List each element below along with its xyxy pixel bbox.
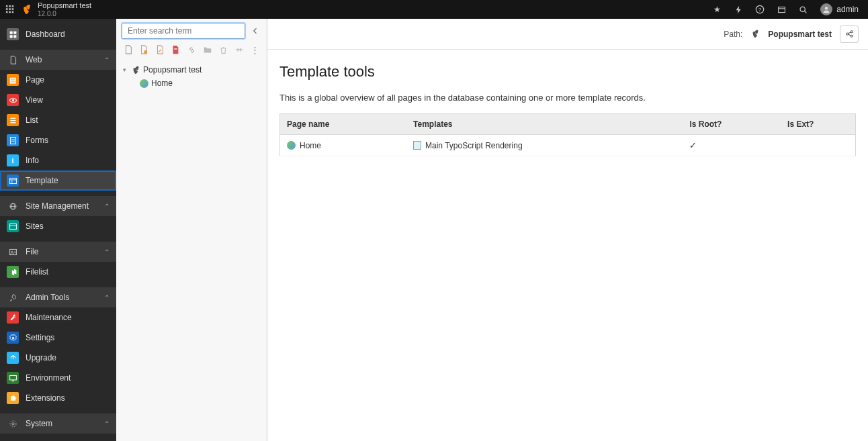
upgrade-icon [7, 352, 19, 364]
svg-point-37 [11, 250, 12, 252]
sidebar-group-file[interactable]: File ⌃ [0, 242, 116, 262]
chevron-up-icon: ⌃ [104, 420, 110, 428]
sidebar-item-environment[interactable]: Environment [0, 368, 116, 388]
page-description: This is a global overview of all pages i… [279, 93, 856, 103]
sidebar-group-label: Site Management [26, 201, 89, 211]
file-icon [7, 54, 19, 66]
svg-point-49 [846, 33, 848, 35]
sidebar-group-label: System [26, 419, 52, 428]
sidebar-item-upgrade[interactable]: Upgrade [0, 348, 116, 368]
info-icon: i [7, 154, 19, 166]
globe-icon [287, 141, 296, 150]
app-switcher-icon[interactable] [4, 3, 16, 15]
sidebar-group-web[interactable]: Web ⌃ [0, 50, 116, 70]
col-page-name: Page name [280, 114, 407, 135]
sidebar-group-system[interactable]: System ⌃ [0, 413, 116, 434]
template-icon [7, 175, 19, 187]
tree-root-node[interactable]: ▾ Popupsmart test [119, 63, 264, 77]
svg-rect-19 [13, 35, 16, 38]
user-name: admin [836, 5, 859, 14]
bookmark-icon[interactable]: ★ [707, 0, 726, 19]
chevron-up-icon: ⌃ [104, 248, 110, 256]
svg-point-43 [144, 50, 147, 54]
trash-icon[interactable] [218, 44, 228, 55]
svg-rect-34 [9, 224, 16, 229]
svg-rect-7 [9, 11, 11, 13]
sidebar-item-template[interactable]: Template [0, 170, 116, 191]
sidebar-item-settings[interactable]: Settings [0, 328, 116, 348]
sidebar-item-label: Forms [26, 136, 48, 145]
sidebar-group-label: Web [26, 55, 42, 64]
path-label: Path: [724, 30, 742, 39]
site-title: Popupsmart test [38, 1, 91, 9]
cell-page-name: Home [300, 141, 321, 150]
chevron-down-icon[interactable]: ▾ [123, 66, 131, 73]
table-row[interactable]: HomeMain TypoScript Rendering✓ [280, 135, 856, 156]
svg-rect-16 [9, 31, 12, 34]
globe-icon [139, 79, 148, 88]
dashboard-icon [7, 28, 19, 40]
pagetree-search-input[interactable] [122, 23, 245, 39]
svg-rect-18 [9, 35, 12, 38]
sidebar-item-list[interactable]: List [0, 110, 116, 130]
filelist-icon [7, 266, 19, 278]
user-menu[interactable]: admin [815, 3, 864, 15]
svg-line-52 [848, 34, 851, 36]
rocket-icon [7, 291, 19, 303]
svg-rect-4 [9, 8, 11, 10]
sidebar-item-label: Settings [26, 333, 54, 342]
more-icon[interactable]: ⋮ [250, 44, 261, 55]
sidebar-item-page[interactable]: ▤ Page [0, 70, 116, 90]
cell-template: Main TypoScript Rendering [425, 141, 523, 150]
module-sidebar: Dashboard Web ⌃ ▤ Page View List Forms i… [0, 19, 116, 441]
col-templates: Templates [406, 114, 683, 135]
sidebar-item-view[interactable]: View [0, 90, 116, 110]
help-icon[interactable]: ? [750, 0, 769, 19]
application-info-icon[interactable] [772, 0, 791, 19]
sidebar-item-info[interactable]: i Info [0, 150, 116, 170]
folder-icon[interactable] [202, 44, 213, 55]
divider-icon[interactable] [234, 44, 245, 55]
svg-point-42 [10, 421, 16, 427]
sidebar-group-admin[interactable]: Admin Tools ⌃ [0, 287, 116, 307]
page-tree-panel: ⋮ ▾ Popupsmart test Home [116, 19, 267, 441]
sidebar-item-maintenance[interactable]: Maintenance [0, 307, 116, 328]
sidebar-item-dashboard[interactable]: Dashboard [0, 24, 116, 44]
new-page-inside-icon[interactable] [139, 44, 150, 55]
content-area: Path: Popupsmart test Template tools Thi… [267, 19, 868, 441]
chevron-up-icon: ⌃ [104, 203, 110, 210]
check-icon: ✓ [689, 140, 697, 150]
svg-point-13 [800, 7, 805, 11]
link-icon[interactable] [186, 44, 197, 55]
share-button[interactable] [840, 26, 859, 43]
sidebar-item-extensions[interactable]: Extensions [0, 388, 116, 408]
avatar-icon [820, 3, 832, 15]
tree-node-home[interactable]: Home [119, 77, 264, 90]
typo3-logo-icon [750, 30, 760, 39]
col-is-ext: Is Ext? [781, 114, 855, 135]
sidebar-group-site[interactable]: Site Management ⌃ [0, 196, 116, 216]
sidebar-item-label: Extensions [26, 393, 65, 403]
sidebar-item-forms[interactable]: Forms [0, 130, 116, 150]
wrench-icon [7, 311, 19, 324]
new-page-icon[interactable] [123, 44, 134, 55]
svg-rect-44 [175, 48, 177, 49]
svg-point-48 [851, 31, 853, 33]
svg-rect-3 [6, 8, 8, 10]
gear-icon [7, 332, 19, 344]
list-icon [7, 114, 19, 126]
cache-icon[interactable] [729, 0, 748, 19]
sidebar-item-label: View [26, 95, 43, 105]
sidebar-item-filelist[interactable]: Filelist [0, 262, 116, 282]
content-header: Path: Popupsmart test [267, 19, 868, 50]
svg-text:?: ? [758, 7, 762, 13]
collapse-tree-icon[interactable] [249, 25, 261, 37]
delete-page-icon[interactable] [171, 44, 181, 55]
sidebar-item-label: List [26, 115, 38, 125]
svg-rect-0 [6, 5, 8, 7]
new-page-after-icon[interactable] [155, 44, 165, 55]
svg-rect-2 [12, 5, 14, 7]
sidebar-item-sites[interactable]: Sites [0, 216, 116, 236]
search-icon[interactable] [793, 0, 812, 19]
col-is-root: Is Root? [683, 114, 781, 135]
